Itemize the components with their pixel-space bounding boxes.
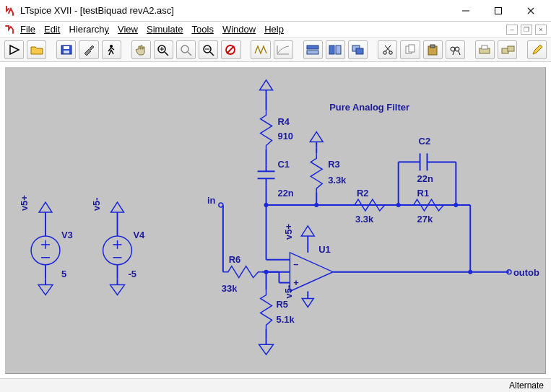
- label-C2[interactable]: C2: [419, 136, 431, 147]
- value-R3[interactable]: 3.3k: [328, 175, 347, 186]
- menu-help[interactable]: Help: [264, 24, 284, 35]
- vcc-R4: [260, 80, 273, 96]
- cascade-icon[interactable]: [348, 40, 368, 59]
- label-V3[interactable]: V3: [61, 230, 73, 240]
- close-button[interactable]: [514, 1, 547, 21]
- waveform-icon[interactable]: [251, 40, 270, 59]
- menu-view[interactable]: View: [118, 24, 138, 35]
- rail-v5minus: v5-: [283, 285, 294, 299]
- svg-text:+: +: [293, 277, 299, 288]
- print-setup-icon[interactable]: [498, 40, 517, 59]
- mdi-close[interactable]: ×: [535, 25, 547, 35]
- log-axis-icon[interactable]: [274, 40, 293, 59]
- tile-h-icon[interactable]: [303, 40, 323, 59]
- label-R4[interactable]: R4: [277, 116, 290, 127]
- app-icon: [4, 5, 16, 17]
- value-C2[interactable]: 22n: [417, 173, 433, 184]
- component-C2[interactable]: [420, 153, 428, 170]
- save-button[interactable]: [56, 40, 76, 59]
- svg-rect-29: [430, 45, 435, 48]
- cut-icon[interactable]: [378, 40, 397, 59]
- svg-rect-35: [482, 45, 487, 49]
- menu-hierarchy[interactable]: Hierarchy: [69, 24, 109, 35]
- svg-text:–: –: [293, 258, 298, 269]
- svg-text:v5-: v5-: [91, 197, 102, 211]
- svg-marker-2: [10, 45, 19, 54]
- net-in: in: [207, 195, 216, 206]
- value-R4[interactable]: 910: [277, 131, 293, 141]
- component-R6[interactable]: [223, 266, 262, 278]
- svg-rect-1: [495, 7, 501, 14]
- running-man-icon[interactable]: [102, 40, 121, 59]
- component-R3[interactable]: [311, 153, 322, 192]
- hammer-icon[interactable]: [79, 40, 98, 59]
- print-icon[interactable]: [475, 40, 495, 59]
- component-U1[interactable]: – +: [290, 253, 333, 292]
- component-C1[interactable]: [258, 165, 275, 185]
- paste-icon[interactable]: [423, 40, 443, 59]
- gnd-V3: [38, 279, 53, 295]
- svg-rect-27: [409, 45, 415, 52]
- label-R5[interactable]: R5: [276, 299, 288, 310]
- value-V3[interactable]: 5: [61, 269, 66, 279]
- minimize-button[interactable]: [449, 1, 482, 21]
- value-C1[interactable]: 22n: [277, 188, 293, 199]
- pencil-icon[interactable]: [527, 40, 547, 59]
- svg-rect-19: [307, 51, 318, 54]
- label-U1[interactable]: U1: [318, 244, 331, 255]
- svg-point-94: [468, 270, 472, 274]
- zoom-fit-icon[interactable]: [176, 40, 196, 59]
- menu-window[interactable]: Window: [222, 24, 256, 35]
- svg-point-24: [383, 51, 386, 53]
- pan-icon[interactable]: [131, 40, 151, 59]
- copy-icon[interactable]: [400, 40, 420, 59]
- titlebar: LTspice XVII - [testBiquad revA2.asc]: [0, 0, 551, 22]
- svg-rect-5: [64, 51, 69, 53]
- svg-line-8: [165, 52, 168, 56]
- component-R5[interactable]: [261, 290, 272, 329]
- open-button[interactable]: [27, 40, 46, 59]
- schematic-viewport[interactable]: Pure Analog Filter: [0, 62, 551, 378]
- label-R6[interactable]: R6: [229, 254, 241, 265]
- component-V4[interactable]: [103, 236, 132, 265]
- svg-text:v5+: v5+: [19, 195, 30, 211]
- svg-line-17: [227, 46, 234, 53]
- menu-bar: File Edit Hierarchy View Simulate Tools …: [0, 22, 551, 38]
- label-R1[interactable]: R1: [417, 188, 430, 199]
- status-mode: Alternate: [509, 380, 544, 391]
- rail-v5plus: v5+: [283, 224, 294, 240]
- label-C1[interactable]: C1: [277, 159, 290, 170]
- maximize-button[interactable]: [482, 1, 514, 21]
- find-icon[interactable]: [446, 40, 465, 59]
- no-zoom-icon[interactable]: [221, 40, 240, 59]
- schematic-title: Pure Analog Filter: [329, 102, 409, 113]
- window-title: LTspice XVII - [testBiquad revA2.asc]: [20, 5, 174, 16]
- svg-rect-23: [356, 48, 363, 54]
- svg-rect-20: [329, 45, 334, 54]
- value-R5[interactable]: 5.1k: [276, 314, 295, 325]
- menu-file[interactable]: File: [20, 24, 35, 35]
- doc-icon: [4, 24, 16, 35]
- value-V4[interactable]: -5: [128, 269, 136, 279]
- menu-simulate[interactable]: Simulate: [147, 24, 183, 35]
- zoom-in-icon[interactable]: [154, 40, 173, 59]
- label-R2[interactable]: R2: [357, 188, 369, 199]
- mdi-minimize[interactable]: –: [506, 25, 518, 35]
- tile-v-icon[interactable]: [326, 40, 345, 59]
- mdi-restore[interactable]: ❐: [521, 25, 532, 35]
- value-R1[interactable]: 27k: [417, 214, 433, 225]
- gnd-V4: [110, 279, 125, 295]
- label-V4[interactable]: V4: [133, 230, 145, 240]
- gnd-R5: [259, 339, 274, 354]
- value-R2[interactable]: 3.3k: [355, 214, 374, 225]
- zoom-out-icon[interactable]: [199, 40, 218, 59]
- component-R4[interactable]: [261, 110, 272, 149]
- label-R3[interactable]: R3: [328, 159, 340, 170]
- run-button[interactable]: [4, 40, 24, 59]
- menu-edit[interactable]: Edit: [44, 24, 60, 35]
- component-V3[interactable]: [31, 236, 60, 265]
- net-v5plus-flag: v5+: [19, 195, 52, 218]
- menu-tools[interactable]: Tools: [192, 24, 214, 35]
- svg-line-33: [459, 51, 460, 55]
- value-R6[interactable]: 33k: [222, 283, 238, 294]
